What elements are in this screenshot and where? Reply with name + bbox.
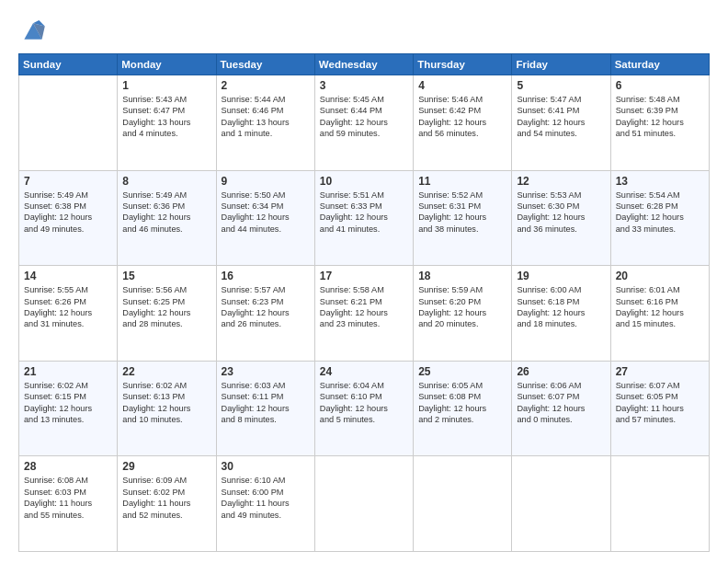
calendar-cell: 5Sunrise: 5:47 AM Sunset: 6:41 PM Daylig…: [512, 75, 610, 171]
day-detail: Sunrise: 6:07 AM Sunset: 6:05 PM Dayligh…: [616, 380, 704, 426]
header: [18, 15, 710, 44]
day-detail: Sunrise: 6:02 AM Sunset: 6:15 PM Dayligh…: [24, 380, 112, 426]
day-detail: Sunrise: 6:00 AM Sunset: 6:18 PM Dayligh…: [517, 284, 605, 330]
day-detail: Sunrise: 6:05 AM Sunset: 6:08 PM Dayligh…: [418, 380, 506, 426]
day-number: 1: [122, 79, 210, 92]
calendar-cell: 21Sunrise: 6:02 AM Sunset: 6:15 PM Dayli…: [19, 361, 118, 456]
day-detail: Sunrise: 5:52 AM Sunset: 6:31 PM Dayligh…: [418, 190, 506, 236]
day-detail: Sunrise: 6:10 AM Sunset: 6:00 PM Dayligh…: [222, 475, 310, 521]
day-number: 19: [517, 270, 605, 282]
calendar-header-saturday: Saturday: [610, 54, 709, 75]
day-number: 11: [418, 175, 506, 188]
calendar-header-tuesday: Tuesday: [216, 54, 314, 75]
logo: [18, 18, 51, 44]
day-number: 23: [222, 365, 310, 378]
calendar-header-row: SundayMondayTuesdayWednesdayThursdayFrid…: [19, 54, 710, 75]
page: SundayMondayTuesdayWednesdayThursdayFrid…: [0, 0, 728, 563]
day-number: 16: [222, 270, 310, 282]
calendar-cell: 20Sunrise: 6:01 AM Sunset: 6:16 PM Dayli…: [610, 266, 709, 362]
calendar-cell: 18Sunrise: 5:59 AM Sunset: 6:20 PM Dayli…: [414, 266, 512, 362]
day-detail: Sunrise: 5:45 AM Sunset: 6:44 PM Dayligh…: [320, 94, 408, 140]
day-number: 9: [222, 175, 310, 188]
calendar-cell: 22Sunrise: 6:02 AM Sunset: 6:13 PM Dayli…: [118, 361, 216, 456]
day-detail: Sunrise: 5:55 AM Sunset: 6:26 PM Dayligh…: [24, 284, 112, 330]
day-number: 15: [122, 270, 210, 282]
day-number: 30: [222, 460, 310, 473]
calendar-week-4: 21Sunrise: 6:02 AM Sunset: 6:15 PM Dayli…: [19, 361, 710, 456]
calendar-cell: 9Sunrise: 5:50 AM Sunset: 6:34 PM Daylig…: [216, 170, 314, 266]
calendar-table: SundayMondayTuesdayWednesdayThursdayFrid…: [18, 53, 710, 552]
day-detail: Sunrise: 5:50 AM Sunset: 6:34 PM Dayligh…: [222, 190, 310, 236]
calendar-header-sunday: Sunday: [19, 54, 118, 75]
day-detail: Sunrise: 5:49 AM Sunset: 6:36 PM Dayligh…: [122, 190, 210, 236]
calendar-cell: 15Sunrise: 5:56 AM Sunset: 6:25 PM Dayli…: [118, 266, 216, 362]
calendar-cell: 14Sunrise: 5:55 AM Sunset: 6:26 PM Dayli…: [19, 266, 118, 362]
day-detail: Sunrise: 6:02 AM Sunset: 6:13 PM Dayligh…: [122, 380, 210, 426]
day-detail: Sunrise: 6:08 AM Sunset: 6:03 PM Dayligh…: [24, 475, 112, 521]
day-number: 25: [418, 365, 506, 378]
calendar-cell: 13Sunrise: 5:54 AM Sunset: 6:28 PM Dayli…: [610, 170, 709, 266]
calendar-week-1: 1Sunrise: 5:43 AM Sunset: 6:47 PM Daylig…: [19, 75, 710, 171]
calendar-cell: 6Sunrise: 5:48 AM Sunset: 6:39 PM Daylig…: [610, 75, 709, 171]
day-number: 8: [122, 175, 210, 188]
calendar-cell: [314, 456, 413, 552]
calendar-header-wednesday: Wednesday: [314, 54, 413, 75]
calendar-cell: 26Sunrise: 6:06 AM Sunset: 6:07 PM Dayli…: [512, 361, 610, 456]
calendar-cell: [610, 456, 709, 552]
day-detail: Sunrise: 5:56 AM Sunset: 6:25 PM Dayligh…: [122, 284, 210, 330]
day-number: 24: [320, 365, 408, 378]
calendar-cell: 29Sunrise: 6:09 AM Sunset: 6:02 PM Dayli…: [118, 456, 216, 552]
day-number: 28: [24, 460, 112, 473]
calendar-cell: 27Sunrise: 6:07 AM Sunset: 6:05 PM Dayli…: [610, 361, 709, 456]
day-number: 12: [517, 175, 605, 188]
calendar-cell: 12Sunrise: 5:53 AM Sunset: 6:30 PM Dayli…: [512, 170, 610, 266]
day-detail: Sunrise: 5:49 AM Sunset: 6:38 PM Dayligh…: [24, 190, 112, 236]
day-number: 21: [24, 365, 112, 378]
day-detail: Sunrise: 5:51 AM Sunset: 6:33 PM Dayligh…: [320, 190, 408, 236]
calendar-header-friday: Friday: [512, 54, 610, 75]
calendar-cell: 4Sunrise: 5:46 AM Sunset: 6:42 PM Daylig…: [414, 75, 512, 171]
day-number: 13: [616, 175, 704, 188]
calendar-cell: 10Sunrise: 5:51 AM Sunset: 6:33 PM Dayli…: [314, 170, 413, 266]
day-detail: Sunrise: 5:44 AM Sunset: 6:46 PM Dayligh…: [222, 94, 310, 140]
calendar-cell: 1Sunrise: 5:43 AM Sunset: 6:47 PM Daylig…: [118, 75, 216, 171]
calendar-cell: [512, 456, 610, 552]
day-number: 6: [616, 79, 704, 92]
day-number: 26: [517, 365, 605, 378]
day-number: 3: [320, 79, 408, 92]
calendar-cell: 2Sunrise: 5:44 AM Sunset: 6:46 PM Daylig…: [216, 75, 314, 171]
day-number: 27: [616, 365, 704, 378]
calendar-header-thursday: Thursday: [414, 54, 512, 75]
day-number: 10: [320, 175, 408, 188]
day-detail: Sunrise: 5:46 AM Sunset: 6:42 PM Dayligh…: [418, 94, 506, 140]
calendar-week-2: 7Sunrise: 5:49 AM Sunset: 6:38 PM Daylig…: [19, 170, 710, 266]
calendar-cell: 28Sunrise: 6:08 AM Sunset: 6:03 PM Dayli…: [19, 456, 118, 552]
day-detail: Sunrise: 5:57 AM Sunset: 6:23 PM Dayligh…: [222, 284, 310, 330]
day-number: 22: [122, 365, 210, 378]
day-number: 5: [517, 79, 605, 92]
calendar-cell: 23Sunrise: 6:03 AM Sunset: 6:11 PM Dayli…: [216, 361, 314, 456]
day-number: 18: [418, 270, 506, 282]
day-detail: Sunrise: 5:48 AM Sunset: 6:39 PM Dayligh…: [616, 94, 704, 140]
day-number: 14: [24, 270, 112, 282]
calendar-cell: 17Sunrise: 5:58 AM Sunset: 6:21 PM Dayli…: [314, 266, 413, 362]
day-detail: Sunrise: 6:03 AM Sunset: 6:11 PM Dayligh…: [222, 380, 310, 426]
calendar-cell: 25Sunrise: 6:05 AM Sunset: 6:08 PM Dayli…: [414, 361, 512, 456]
day-detail: Sunrise: 5:53 AM Sunset: 6:30 PM Dayligh…: [517, 190, 605, 236]
calendar-cell: 7Sunrise: 5:49 AM Sunset: 6:38 PM Daylig…: [19, 170, 118, 266]
day-detail: Sunrise: 6:06 AM Sunset: 6:07 PM Dayligh…: [517, 380, 605, 426]
calendar-cell: 11Sunrise: 5:52 AM Sunset: 6:31 PM Dayli…: [414, 170, 512, 266]
day-number: 2: [222, 79, 310, 92]
calendar-cell: 3Sunrise: 5:45 AM Sunset: 6:44 PM Daylig…: [314, 75, 413, 171]
calendar-cell: 30Sunrise: 6:10 AM Sunset: 6:00 PM Dayli…: [216, 456, 314, 552]
day-number: 7: [24, 175, 112, 188]
calendar-cell: 16Sunrise: 5:57 AM Sunset: 6:23 PM Dayli…: [216, 266, 314, 362]
day-number: 17: [320, 270, 408, 282]
calendar-cell: 8Sunrise: 5:49 AM Sunset: 6:36 PM Daylig…: [118, 170, 216, 266]
day-detail: Sunrise: 6:04 AM Sunset: 6:10 PM Dayligh…: [320, 380, 408, 426]
calendar-header-monday: Monday: [118, 54, 216, 75]
day-detail: Sunrise: 6:09 AM Sunset: 6:02 PM Dayligh…: [122, 475, 210, 521]
day-number: 20: [616, 270, 704, 282]
logo-icon: [18, 18, 48, 44]
day-detail: Sunrise: 5:47 AM Sunset: 6:41 PM Dayligh…: [517, 94, 605, 140]
